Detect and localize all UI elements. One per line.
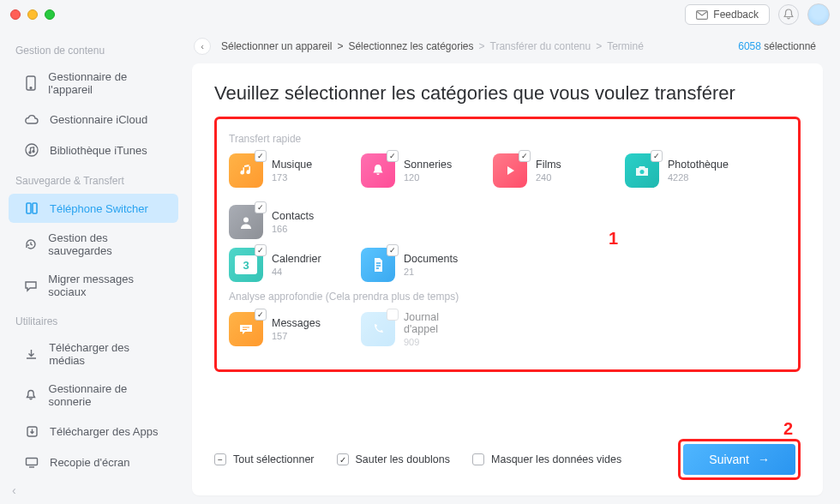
group-deep-label: Analyse approfondie (Cela prendra plus d…	[229, 291, 786, 303]
sidebar-item-label: Téléphone Switcher	[50, 202, 148, 215]
check-icon: ✓	[255, 244, 267, 256]
feedback-button[interactable]: Feedback	[685, 4, 770, 25]
check-icon: ✓	[387, 150, 399, 162]
hide-empty-checkbox[interactable]: Masquer les données vides	[472, 453, 621, 465]
camera-icon: ✓	[625, 153, 659, 188]
check-icon: ✓	[255, 150, 267, 162]
sidebar-item-label: Migrer messages sociaux	[48, 273, 163, 298]
check-icon: ✓	[387, 244, 399, 256]
selection-count: 6058 sélectionné	[738, 40, 816, 52]
download-icon	[24, 346, 39, 362]
titlebar: Feedback	[0, 0, 840, 29]
phone-icon	[24, 75, 38, 91]
main-panel: Veuillez sélectionner les catégories que…	[192, 63, 823, 495]
check-icon: ✓	[255, 201, 267, 213]
notifications-button[interactable]	[778, 4, 799, 25]
sidebar-item-label: Gestionnaire de l'appareil	[48, 70, 163, 96]
category-photos[interactable]: ✓ Photothèque4228	[625, 153, 736, 188]
category-ringtones[interactable]: ✓ Sonneries120	[361, 153, 472, 188]
svg-point-11	[243, 217, 249, 222]
bell-icon	[24, 387, 39, 403]
sidebar-item-label: Télécharger des Apps	[50, 425, 158, 438]
svg-point-2	[30, 87, 32, 89]
sidebar-head-utils: Utilitaires	[0, 307, 187, 333]
annotation-1: 1	[609, 229, 618, 249]
app-download-icon	[24, 423, 39, 439]
music-icon: ✓	[229, 153, 263, 188]
breadcrumb: ‹ Sélectionner un appareil > Sélectionne…	[194, 38, 644, 55]
feedback-label: Feedback	[713, 9, 759, 21]
category-contacts[interactable]: ✓ Contacts166	[229, 205, 340, 239]
sidebar-item-device-manager[interactable]: Gestionnaire de l'appareil	[9, 63, 178, 103]
sidebar-item-app-download[interactable]: Télécharger des Apps	[9, 417, 178, 446]
window-controls	[10, 9, 55, 20]
mail-icon	[696, 10, 708, 20]
back-button[interactable]: ‹	[194, 38, 211, 55]
sidebar-item-label: Bibliothèque iTunes	[50, 144, 147, 157]
sidebar-item-screen-mirror[interactable]: Recopie d'écran	[9, 447, 178, 477]
annotation-2: 2	[783, 419, 793, 439]
sidebar-head-content: Gestion de contenu	[0, 36, 187, 62]
music-note-icon	[24, 142, 39, 158]
svg-rect-9	[27, 458, 38, 465]
document-icon: ✓	[361, 248, 395, 282]
svg-rect-6	[27, 203, 31, 213]
svg-point-4	[29, 152, 31, 153]
category-films[interactable]: ✓ Films240	[493, 153, 604, 188]
category-messages[interactable]: ✓ Messages157	[229, 311, 340, 347]
sidebar-item-itunes-library[interactable]: Bibliothèque iTunes	[9, 135, 178, 165]
sidebar-item-label: Recopie d'écran	[50, 456, 130, 469]
zoom-icon[interactable]	[45, 9, 55, 20]
checkbox-empty-icon	[472, 453, 484, 465]
check-icon: ✓	[255, 309, 267, 321]
group-rapid-label: Transfert rapide	[229, 133, 786, 145]
calendar-icon: 3✓	[229, 248, 263, 282]
sidebar-item-backup-manager[interactable]: Gestion des sauvegardes	[9, 225, 178, 264]
minus-icon: −	[214, 453, 226, 465]
sidebar: Gestion de contenu Gestionnaire de l'app…	[0, 29, 187, 504]
category-music[interactable]: ✓ Musique173	[229, 153, 340, 188]
sidebar-item-label: Gestionnaire iCloud	[50, 113, 147, 126]
collapse-sidebar-button[interactable]: ‹	[12, 483, 16, 497]
message-icon: ✓	[229, 312, 263, 346]
phone-icon	[361, 312, 395, 346]
sidebar-head-backup: Sauvegarde & Transfert	[0, 166, 187, 192]
check-icon: ✓	[651, 150, 663, 162]
sidebar-item-phone-switcher[interactable]: Téléphone Switcher	[9, 194, 178, 223]
sidebar-item-ringtone-manager[interactable]: Gestionnaire de sonnerie	[9, 375, 178, 415]
sidebar-item-social-migrate[interactable]: Migrer messages sociaux	[9, 266, 178, 305]
category-calendar[interactable]: 3✓ Calendrier44	[229, 248, 340, 282]
bell-icon: ✓	[361, 153, 395, 188]
chat-icon	[24, 278, 38, 293]
svg-rect-7	[33, 203, 37, 213]
category-documents[interactable]: ✓ Documents21	[361, 248, 472, 282]
next-button[interactable]: Suivant →	[683, 444, 795, 475]
next-highlight: 2 Suivant →	[678, 439, 801, 480]
svg-point-10	[640, 170, 645, 174]
skip-duplicates-checkbox[interactable]: ✓ Sauter les doublons	[337, 453, 451, 465]
cloud-icon	[24, 111, 39, 127]
crumb-step3: Transférer du contenu	[490, 40, 591, 52]
svg-point-5	[33, 151, 34, 153]
sidebar-item-media-download[interactable]: Télécharger des médias	[9, 334, 178, 374]
avatar[interactable]	[807, 3, 830, 26]
sidebar-item-label: Gestionnaire de sonnerie	[49, 382, 163, 408]
select-all-checkbox[interactable]: − Tout sélectionner	[214, 453, 315, 465]
crumb-step2: Sélectionnez les catégories	[348, 40, 473, 52]
category-call-log[interactable]: Journal d'appel909	[361, 311, 472, 347]
switch-icon	[24, 201, 39, 216]
sidebar-item-label: Gestion des sauvegardes	[48, 231, 163, 257]
crumb-step4: Terminé	[607, 40, 644, 52]
crumb-step1[interactable]: Sélectionner un appareil	[221, 40, 332, 52]
check-icon: ✓	[519, 150, 531, 162]
page-title: Veuillez sélectionner les catégories que…	[214, 82, 801, 105]
play-icon: ✓	[493, 153, 527, 188]
arrow-right-icon: →	[758, 453, 770, 466]
check-icon: ✓	[337, 453, 349, 465]
minimize-icon[interactable]	[27, 9, 38, 20]
close-icon[interactable]	[10, 9, 21, 20]
sidebar-item-label: Télécharger des médias	[49, 341, 163, 367]
check-icon	[387, 309, 399, 321]
sidebar-item-icloud-manager[interactable]: Gestionnaire iCloud	[9, 105, 178, 134]
mirror-icon	[24, 454, 39, 470]
